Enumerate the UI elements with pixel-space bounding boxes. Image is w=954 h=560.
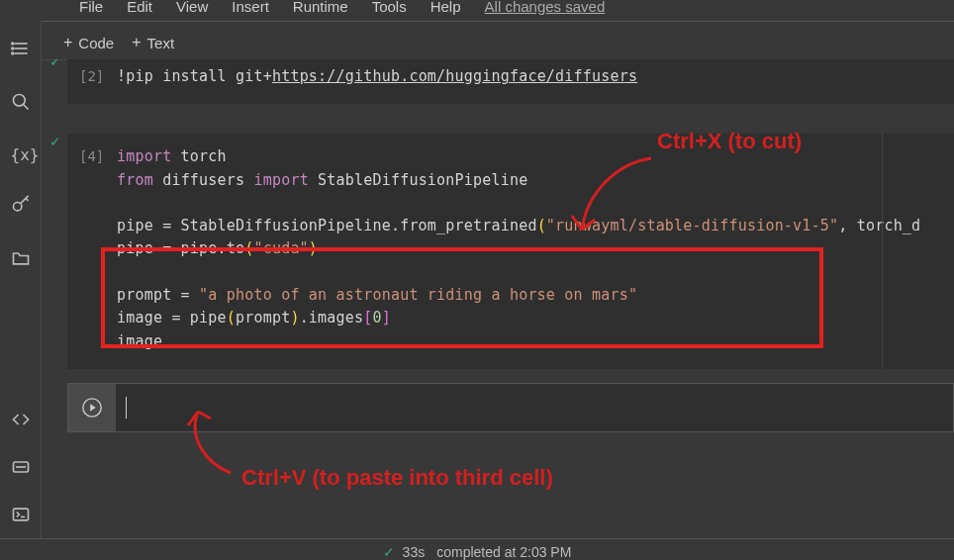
t: (	[227, 309, 236, 327]
add-code-button[interactable]: + Code	[63, 34, 114, 51]
svg-marker-16	[90, 404, 96, 411]
command-palette-icon[interactable]	[11, 457, 31, 481]
code-cell[interactable]: ✓ [4] import torch from diffusers import…	[67, 134, 954, 369]
t: image = pipe	[117, 309, 227, 327]
menu-help[interactable]: Help	[430, 0, 461, 15]
ruler	[882, 134, 883, 369]
menu-file[interactable]: File	[79, 0, 103, 15]
svg-point-8	[13, 203, 21, 211]
exec-completed-at: completed at 2:03 PM	[436, 544, 571, 560]
t: .images	[300, 309, 364, 327]
svg-point-5	[11, 52, 13, 54]
menu-runtime[interactable]: Runtime	[293, 0, 348, 15]
t: prompt	[236, 309, 290, 327]
divider	[0, 21, 954, 22]
terminal-icon[interactable]	[11, 505, 31, 528]
code-cell[interactable]: ✓ [2] !pip install git+https://github.co…	[67, 59, 954, 104]
menu-edit[interactable]: Edit	[127, 0, 152, 15]
t: [	[363, 309, 372, 327]
add-code-label: Code	[78, 35, 114, 51]
t: import	[117, 147, 171, 165]
exec-count: [2]	[79, 65, 117, 88]
svg-line-10	[26, 198, 29, 201]
check-icon: ✓	[49, 134, 61, 149]
t: , torch_d	[838, 217, 920, 234]
t: "a photo of an astronaut riding a horse …	[199, 286, 637, 304]
menu-insert[interactable]: Insert	[232, 0, 269, 15]
svg-point-6	[13, 95, 25, 107]
t: ]	[382, 309, 391, 327]
search-icon[interactable]	[11, 92, 31, 116]
t: )	[290, 309, 299, 327]
menu-bar: File Edit View Insert Runtime Tools Help…	[69, 0, 954, 20]
annotation-paste-label: Ctrl+V (to paste into third cell)	[241, 465, 553, 491]
menu-view[interactable]: View	[176, 0, 208, 15]
plus-icon: +	[132, 34, 141, 51]
code-link[interactable]: https://github.com/huggingface/diffusers	[272, 67, 637, 85]
menu-tools[interactable]: Tools	[372, 0, 407, 15]
svg-line-7	[23, 105, 28, 110]
exec-count: [4]	[79, 145, 117, 353]
code-text: !pip install git+	[117, 67, 272, 85]
t: diffusers	[153, 171, 254, 189]
t: "cuda"	[253, 239, 308, 257]
code-snippets-icon[interactable]	[11, 410, 31, 433]
check-icon: ✓	[49, 59, 61, 69]
t: torch	[171, 147, 226, 165]
t: from	[117, 171, 153, 189]
exec-duration: 33s	[403, 544, 426, 560]
t: "runwayml/stable-diffusion-v1-5"	[546, 217, 838, 234]
t: )	[309, 239, 318, 257]
code-content[interactable]: import torch from diffusers import Stabl…	[117, 145, 920, 353]
svg-rect-13	[13, 509, 28, 520]
t: pipe = StableDiffusionPipeline.from_pret…	[117, 217, 537, 234]
t: StableDiffusionPipeline	[309, 171, 528, 189]
t: image	[117, 332, 162, 350]
check-icon: ✓	[383, 544, 395, 560]
svg-point-4	[11, 47, 13, 49]
annotation-cut-label: Ctrl+X (to cut)	[657, 129, 802, 154]
t: pipe = pipe.to	[117, 239, 244, 257]
left-sidebar: {x}	[0, 21, 42, 538]
svg-point-3	[11, 43, 13, 45]
text-cursor	[126, 397, 127, 419]
secrets-icon[interactable]	[11, 195, 31, 219]
t: 0	[373, 309, 382, 327]
toc-icon[interactable]	[11, 39, 31, 62]
t: import	[253, 171, 308, 189]
code-content[interactable]: !pip install git+https://github.com/hugg…	[117, 65, 637, 88]
t: (	[537, 217, 546, 234]
status-bar: ✓ 33s completed at 2:03 PM	[0, 538, 954, 560]
add-text-label: Text	[147, 35, 175, 51]
variables-icon[interactable]: {x}	[11, 145, 31, 165]
insert-toolbar: + Code + Text	[49, 28, 954, 57]
folder-icon[interactable]	[11, 248, 31, 272]
save-status[interactable]: All changes saved	[485, 0, 606, 15]
add-text-button[interactable]: + Text	[132, 34, 174, 51]
code-input[interactable]	[116, 384, 953, 431]
t: prompt =	[117, 286, 199, 304]
plus-icon: +	[63, 34, 72, 51]
run-cell-button[interactable]	[68, 384, 116, 431]
code-cell-empty[interactable]	[67, 383, 954, 432]
